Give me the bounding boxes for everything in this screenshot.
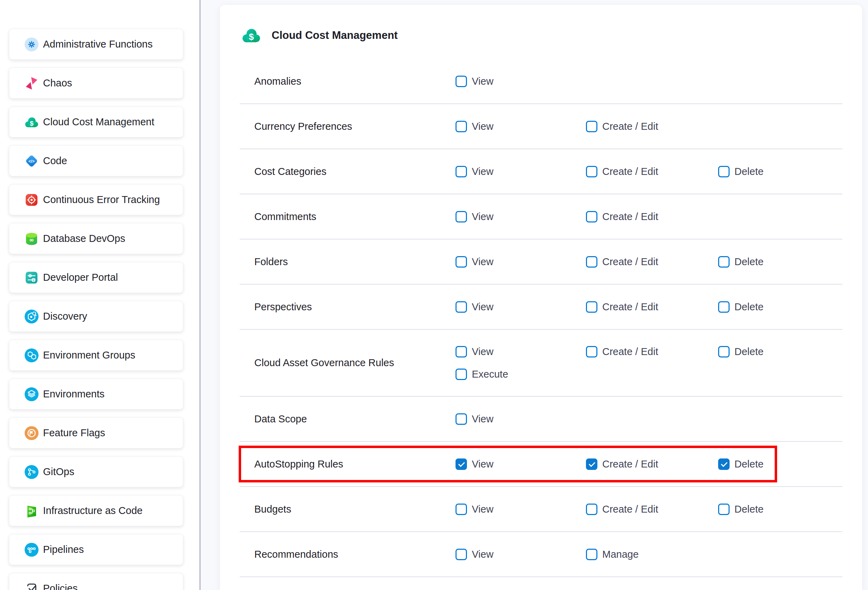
code-icon: </> [25, 154, 38, 168]
permission-options: View Create / Edit Delete [456, 504, 842, 515]
create-edit-checkbox[interactable] [586, 458, 597, 470]
sidebar-item-discovery[interactable]: Discovery [9, 301, 183, 332]
checkbox-label: Delete [734, 458, 763, 470]
delete-checkbox[interactable] [718, 458, 729, 470]
view-checkbox[interactable] [456, 346, 467, 358]
permission-row-folders: Folders View Create / Edit Delete [240, 240, 842, 285]
permission-row-perspectives: Perspectives View Create / Edit Delete [240, 285, 842, 330]
checkbox-label: Delete [734, 346, 763, 358]
cloud-dollar-icon: $ [242, 28, 261, 43]
permission-option: Create / Edit [586, 504, 718, 515]
svg-text:∞: ∞ [29, 237, 34, 243]
checkbox-label: Create / Edit [602, 504, 658, 515]
checkbox-label: Create / Edit [602, 458, 658, 470]
permission-option: Create / Edit [586, 346, 718, 358]
permission-option: View [456, 549, 586, 560]
permission-options: View Create / Edit Delete Execute [456, 346, 842, 380]
sidebar-item-chaos[interactable]: Chaos [9, 68, 183, 99]
permission-option: Create / Edit [586, 301, 718, 313]
delete-checkbox[interactable] [718, 504, 729, 515]
permission-options: View Manage [456, 549, 842, 560]
content-area: $ Cloud Cost Management Anomalies View C… [201, 0, 868, 590]
sidebar-item-code[interactable]: </>Code [9, 145, 183, 176]
sidebar-item-label: Code [43, 155, 67, 167]
create-edit-checkbox[interactable] [586, 211, 597, 222]
sidebar-item-infrastructure-as-code[interactable]: Infrastructure as Code [9, 495, 183, 526]
checkbox-label: Create / Edit [602, 211, 658, 222]
checkbox-label: View [472, 549, 493, 560]
create-edit-checkbox[interactable] [586, 121, 597, 132]
create-edit-checkbox[interactable] [586, 166, 597, 177]
create-edit-checkbox[interactable] [586, 346, 597, 358]
sidebar-item-gitops[interactable]: GitOps [9, 456, 183, 487]
permission-row-currency-preferences: Currency Preferences View Create / Edit [240, 104, 842, 149]
sidebar-item-label: Database DevOps [43, 233, 125, 244]
permission-name: Cloud Asset Governance Rules [240, 357, 456, 368]
permission-name: Budgets [240, 504, 456, 515]
permission-row-cloud-asset-governance-rules: Cloud Asset Governance Rules View Create… [240, 330, 842, 397]
sidebar-item-continuous-error-tracking[interactable]: Continuous Error Tracking [9, 184, 183, 215]
create-edit-checkbox[interactable] [586, 256, 597, 268]
card-header: $ Cloud Cost Management [220, 5, 862, 59]
sidebar-item-database-devops[interactable]: ∞Database DevOps [9, 223, 183, 254]
permission-option: View [456, 301, 586, 313]
permission-option: Delete [718, 504, 842, 515]
delete-checkbox[interactable] [718, 166, 729, 177]
manage-checkbox[interactable] [586, 549, 597, 560]
sidebar-item-label: Chaos [43, 77, 72, 89]
permission-option: View [456, 211, 586, 222]
view-checkbox[interactable] [456, 413, 467, 425]
permission-option: Delete [718, 346, 842, 358]
execute-checkbox[interactable] [456, 368, 467, 380]
create-edit-checkbox[interactable] [586, 504, 597, 515]
permission-options: View Create / Edit Delete [456, 458, 842, 470]
sidebar-item-pipelines[interactable]: Pipelines [9, 534, 183, 565]
sidebar-item-feature-flags[interactable]: Feature Flags [9, 417, 183, 448]
sidebar-item-label: Continuous Error Tracking [43, 194, 160, 206]
create-edit-checkbox[interactable] [586, 301, 597, 313]
svg-text:$: $ [30, 120, 34, 127]
view-checkbox[interactable] [456, 301, 467, 313]
permission-option: Execute [456, 368, 586, 380]
page-title: Cloud Cost Management [272, 29, 397, 41]
view-checkbox[interactable] [456, 504, 467, 515]
permission-name: Cost Categories [240, 166, 456, 177]
discovery-icon [25, 310, 38, 324]
sidebar-item-policies[interactable]: Policies [9, 573, 183, 590]
view-checkbox[interactable] [456, 211, 467, 222]
sidebar-item-developer-portal[interactable]: Developer Portal [9, 262, 183, 293]
checkbox-label: Manage [602, 549, 639, 560]
database-devops-icon: ∞ [25, 232, 38, 246]
view-checkbox[interactable] [456, 549, 467, 560]
sidebar-item-environment-groups[interactable]: Environment Groups [9, 340, 183, 371]
view-checkbox[interactable] [456, 121, 467, 132]
permission-options: View Create / Edit Delete [456, 166, 842, 177]
permission-name: Commitments [240, 211, 456, 222]
permission-option: View [456, 121, 586, 132]
sidebar-item-administrative-functions[interactable]: Administrative Functions [9, 29, 183, 60]
permission-name: Recommendations [240, 549, 456, 560]
view-checkbox[interactable] [456, 75, 467, 87]
view-checkbox[interactable] [456, 256, 467, 268]
permission-option: View [456, 346, 586, 358]
sidebar-item-environments[interactable]: Environments [9, 379, 183, 410]
sidebar-item-cloud-cost-management[interactable]: $Cloud Cost Management [9, 106, 183, 138]
sidebar-item-label: Cloud Cost Management [43, 116, 154, 128]
view-checkbox[interactable] [456, 166, 467, 177]
error-tracking-icon [25, 193, 38, 207]
permission-row-anomalies: Anomalies View [240, 59, 842, 104]
permission-option: Create / Edit [586, 458, 718, 470]
environments-icon [25, 387, 38, 401]
delete-checkbox[interactable] [718, 256, 729, 268]
checkbox-label: View [472, 121, 493, 132]
delete-checkbox[interactable] [718, 346, 729, 358]
permission-option: Delete [718, 256, 842, 268]
checkbox-label: View [472, 211, 493, 222]
permission-options: View [456, 75, 842, 87]
permission-option: View [456, 458, 586, 470]
view-checkbox[interactable] [456, 458, 467, 470]
sidebar-item-label: Discovery [43, 311, 87, 322]
permission-option: Delete [718, 301, 842, 313]
checkbox-label: Execute [472, 368, 508, 380]
delete-checkbox[interactable] [718, 301, 729, 313]
